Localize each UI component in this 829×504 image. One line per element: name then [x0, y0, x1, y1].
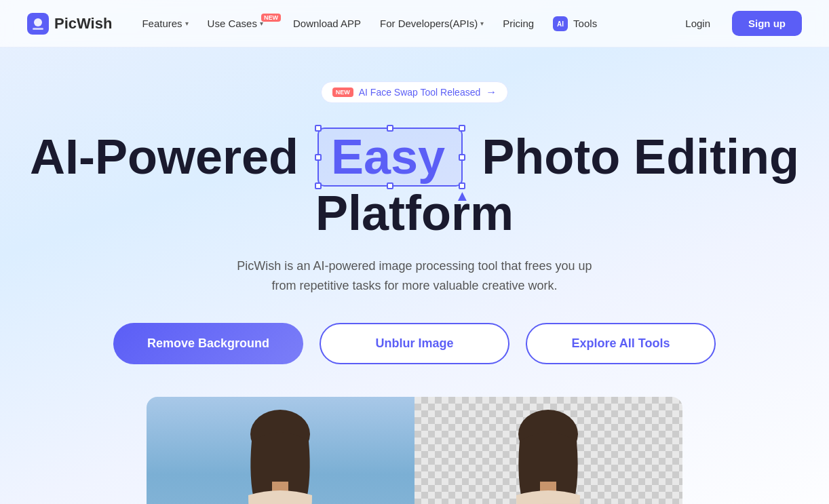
- announcement-arrow: →: [486, 86, 497, 98]
- nav-item-tools[interactable]: AI Tools: [545, 11, 605, 37]
- svg-text:AI: AI: [557, 20, 564, 28]
- ai-icon: AI: [553, 16, 568, 31]
- nav-links: Features ▾ Use Cases ▾ NEW Download APP …: [134, 11, 674, 37]
- new-badge: NEW: [261, 14, 281, 22]
- demo-container: AI AI Remove ➤: [0, 397, 829, 504]
- chevron-down-icon: ▾: [185, 20, 189, 27]
- headline-before: AI-Powered: [30, 130, 298, 184]
- nav-label-tools: Tools: [573, 18, 597, 29]
- nav-label-download-app: Download APP: [293, 18, 361, 29]
- logo-link[interactable]: PicWish: [27, 13, 112, 35]
- selection-handle-tm: [387, 125, 393, 132]
- nav-item-download-app[interactable]: Download APP: [285, 12, 369, 35]
- hero-section: NEW AI Face Swap Tool Released → AI-Powe…: [0, 47, 829, 364]
- cursor-arrow-icon: ▲: [455, 188, 469, 204]
- unblur-image-button[interactable]: Unblur Image: [320, 323, 509, 364]
- announcement-text: AI Face Swap Tool Released: [359, 87, 481, 98]
- selection-handle-tr: [459, 125, 465, 132]
- signup-button[interactable]: Sign up: [732, 11, 802, 36]
- logo-text: PicWish: [54, 15, 112, 33]
- nav-item-features[interactable]: Features ▾: [134, 12, 196, 35]
- demo-original: [147, 397, 414, 504]
- svg-point-1: [34, 18, 42, 26]
- hero-headline: AI-Powered Easy ▲ Photo Editing Platform: [27, 128, 802, 240]
- login-button[interactable]: Login: [674, 12, 721, 35]
- selection-handle-bm: [387, 182, 393, 189]
- remove-background-button[interactable]: Remove Background: [113, 323, 303, 364]
- logo-icon: [27, 13, 49, 35]
- selection-handle-mr: [459, 154, 465, 161]
- headline-highlight-box: Easy ▲: [317, 128, 463, 187]
- nav-item-pricing[interactable]: Pricing: [495, 12, 542, 35]
- selection-handle-tl: [315, 125, 322, 132]
- nav-item-use-cases[interactable]: Use Cases ▾ NEW: [199, 12, 282, 35]
- demo-person-removed: [414, 397, 682, 504]
- announcement-badge: NEW: [332, 88, 353, 97]
- hero-subtext: PicWish is an AI-powered image processin…: [225, 256, 604, 296]
- nav-label-use-cases: Use Cases: [208, 18, 257, 29]
- headline-highlight-text: Easy: [331, 130, 445, 184]
- nav-item-for-developers[interactable]: For Developers(APIs) ▾: [372, 12, 492, 35]
- demo-person-original: [147, 397, 414, 504]
- explore-all-tools-button[interactable]: Explore All Tools: [526, 323, 716, 364]
- nav-label-for-developers: For Developers(APIs): [380, 18, 478, 29]
- svg-rect-2: [33, 28, 43, 30]
- headline-highlight-wrapper: Easy ▲: [312, 128, 468, 187]
- nav-label-features: Features: [142, 18, 182, 29]
- navbar: PicWish Features ▾ Use Cases ▾ NEW Downl…: [0, 0, 829, 47]
- selection-handle-ml: [315, 154, 322, 161]
- nav-actions: Login Sign up: [674, 11, 802, 36]
- nav-label-pricing: Pricing: [503, 18, 534, 29]
- demo-bg-removed: AI AI Remove ➤: [414, 397, 682, 504]
- chevron-down-icon: ▾: [480, 20, 484, 27]
- hero-cta-buttons: Remove Background Unblur Image Explore A…: [27, 323, 802, 364]
- selection-handle-bl: [315, 182, 322, 189]
- demo-image-card: AI AI Remove ➤: [147, 397, 682, 504]
- announcement-banner[interactable]: NEW AI Face Swap Tool Released →: [321, 81, 509, 103]
